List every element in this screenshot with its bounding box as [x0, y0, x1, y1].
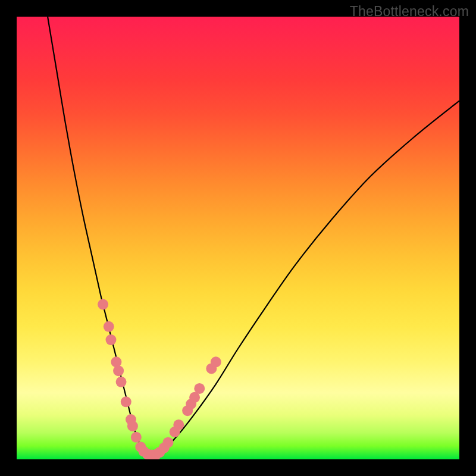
curve-marker: [194, 383, 205, 394]
curve-marker: [113, 365, 124, 376]
curve-marker: [121, 396, 131, 407]
curve-marker: [211, 356, 221, 367]
curve-marker: [173, 419, 184, 430]
curve-marker: [127, 421, 138, 431]
curve-marker: [131, 432, 142, 443]
curve-marker: [98, 299, 108, 310]
curve-marker: [105, 334, 116, 345]
chart-svg: [17, 17, 459, 459]
curve-marker: [116, 377, 127, 387]
chart-frame: TheBottleneck.com: [0, 0, 476, 476]
curve-markers: [98, 299, 221, 459]
bottleneck-curve: [48, 17, 459, 455]
plot-area: [17, 17, 459, 459]
curve-marker: [104, 321, 114, 332]
watermark-text: TheBottleneck.com: [350, 4, 469, 20]
curve-marker: [162, 437, 173, 448]
